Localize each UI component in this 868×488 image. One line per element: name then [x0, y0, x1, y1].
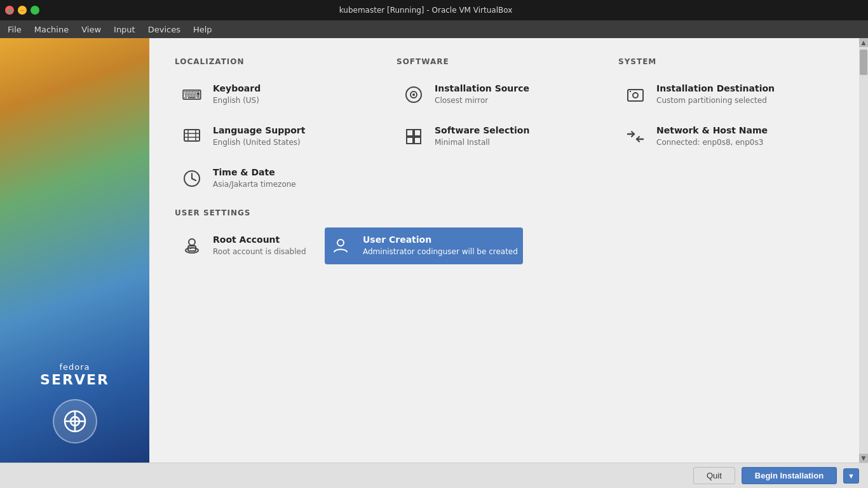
scrollbar-up-button[interactable]: ▲: [859, 38, 868, 47]
svg-rect-4: [184, 130, 200, 141]
scrollbar[interactable]: ▲ ▼: [859, 38, 868, 463]
time-title: Time & Date: [213, 166, 385, 178]
language-icon: [180, 125, 204, 149]
close-button[interactable]: ●: [5, 6, 14, 15]
root-account-text: Root Account Root account is disabled: [213, 234, 309, 257]
keyboard-title: Keyboard: [213, 83, 385, 94]
user-creation-title: User Creation: [363, 234, 518, 245]
sidebar-logo: fedora SERVER: [40, 362, 109, 388]
main-settings-grid: LOCALIZATION ⌨ Keyboard English (US): [175, 57, 834, 202]
menu-devices[interactable]: Devices: [143, 23, 186, 36]
svg-point-20: [633, 93, 638, 98]
time-text: Time & Date Asia/Jakarta timezone: [213, 166, 385, 190]
svg-line-11: [192, 179, 196, 180]
svg-point-14: [412, 93, 415, 96]
network-hostname-subtitle: Connected: enp0s8, enp0s3: [656, 137, 829, 148]
installation-source-icon: [402, 83, 426, 107]
user-settings-header: USER SETTINGS: [175, 208, 834, 217]
system-header: SYSTEM: [618, 57, 834, 66]
begin-installation-button[interactable]: Begin Installation: [742, 467, 837, 484]
svg-point-32: [337, 240, 344, 246]
localization-column: LOCALIZATION ⌨ Keyboard English (US): [175, 57, 390, 202]
window-controls: ● − □: [5, 6, 39, 15]
menu-view[interactable]: View: [76, 23, 106, 36]
software-selection-title: Software Selection: [435, 125, 607, 136]
bottom-bar: Quit Begin Installation ▼: [0, 463, 868, 488]
root-account-subtitle: Root account is disabled: [213, 247, 309, 257]
software-header: SOFTWARE: [397, 57, 612, 66]
titlebar: ● − □ kubemaster [Running] - Oracle VM V…: [0, 0, 868, 20]
network-hostname-icon: [623, 125, 648, 149]
server-label: SERVER: [40, 372, 109, 388]
menu-file[interactable]: File: [3, 23, 27, 36]
user-creation-text: User Creation Administrator codinguser w…: [363, 234, 518, 257]
installation-destination-icon: [623, 83, 648, 107]
menu-machine[interactable]: Machine: [29, 23, 74, 36]
language-subtitle: English (United States): [213, 137, 385, 148]
scrollbar-thumb[interactable]: [860, 50, 867, 75]
begin-installation-dropdown[interactable]: ▼: [843, 468, 859, 484]
software-column: SOFTWARE Installation Source Closest mir…: [397, 57, 612, 202]
svg-rect-18: [414, 137, 421, 144]
software-selection-text: Software Selection Minimal Install: [435, 125, 607, 148]
menu-help[interactable]: Help: [188, 23, 217, 36]
language-title: Language Support: [213, 125, 385, 136]
language-text: Language Support English (United States): [213, 125, 385, 148]
minimize-button[interactable]: −: [18, 6, 27, 15]
svg-rect-16: [414, 130, 421, 136]
fedora-label: fedora: [40, 362, 109, 372]
svg-point-30: [189, 239, 195, 245]
user-settings-items: Root Account Root account is disabled Us…: [175, 227, 834, 269]
titlebar-left: ● − □: [5, 6, 39, 15]
user-creation-icon: [330, 234, 354, 258]
software-selection-icon: [402, 125, 426, 149]
localization-header: LOCALIZATION: [175, 57, 390, 66]
network-hostname-item[interactable]: Network & Host Name Connected: enp0s8, e…: [618, 118, 834, 155]
installation-source-title: Installation Source: [435, 83, 607, 94]
user-creation-subtitle: Administrator codinguser will be created: [363, 247, 518, 257]
keyboard-icon: ⌨: [180, 83, 204, 107]
installation-source-item[interactable]: Installation Source Closest mirror: [397, 76, 612, 113]
network-hostname-title: Network & Host Name: [656, 125, 829, 136]
root-account-title: Root Account: [213, 234, 309, 245]
keyboard-item[interactable]: ⌨ Keyboard English (US): [175, 76, 390, 113]
user-settings-section: USER SETTINGS Root Account Root account: [175, 208, 834, 269]
time-item[interactable]: Time & Date Asia/Jakarta timezone: [175, 160, 390, 197]
keyboard-text: Keyboard English (US): [213, 83, 385, 106]
menu-input[interactable]: Input: [109, 23, 140, 36]
installation-source-text: Installation Source Closest mirror: [435, 83, 607, 106]
root-account-item[interactable]: Root Account Root account is disabled: [175, 227, 315, 264]
fedora-symbol-icon: [62, 409, 88, 434]
time-icon: [180, 166, 204, 191]
scrollbar-down-button[interactable]: ▼: [859, 454, 868, 463]
installation-destination-subtitle: Custom partitioning selected: [656, 95, 829, 106]
menubar: File Machine View Input Devices Help: [0, 20, 868, 38]
language-item[interactable]: Language Support English (United States): [175, 118, 390, 155]
window-title: kubemaster [Running] - Oracle VM Virtual…: [339, 6, 513, 15]
time-subtitle: Asia/Jakarta timezone: [213, 179, 385, 190]
network-hostname-text: Network & Host Name Connected: enp0s8, e…: [656, 125, 829, 148]
sidebar: fedora SERVER: [0, 38, 149, 463]
sidebar-icon: [53, 399, 97, 444]
svg-rect-15: [407, 130, 413, 136]
maximize-button[interactable]: □: [31, 6, 39, 15]
quit-button[interactable]: Quit: [693, 467, 735, 484]
svg-rect-17: [407, 137, 413, 144]
system-column: SYSTEM Installation Destination Custom p…: [618, 57, 834, 202]
root-account-icon: [180, 234, 204, 258]
software-selection-item[interactable]: Software Selection Minimal Install: [397, 118, 612, 155]
software-selection-subtitle: Minimal Install: [435, 137, 607, 148]
installation-destination-item[interactable]: Installation Destination Custom partitio…: [618, 76, 834, 113]
main-container: fedora SERVER LOCALIZATION ⌨ Keyboard: [0, 38, 868, 463]
content-area: LOCALIZATION ⌨ Keyboard English (US): [149, 38, 859, 463]
keyboard-subtitle: English (US): [213, 95, 385, 106]
installation-destination-text: Installation Destination Custom partitio…: [656, 83, 829, 106]
installation-source-subtitle: Closest mirror: [435, 95, 607, 106]
installation-destination-title: Installation Destination: [656, 83, 829, 94]
user-creation-item[interactable]: User Creation Administrator codinguser w…: [325, 227, 523, 264]
